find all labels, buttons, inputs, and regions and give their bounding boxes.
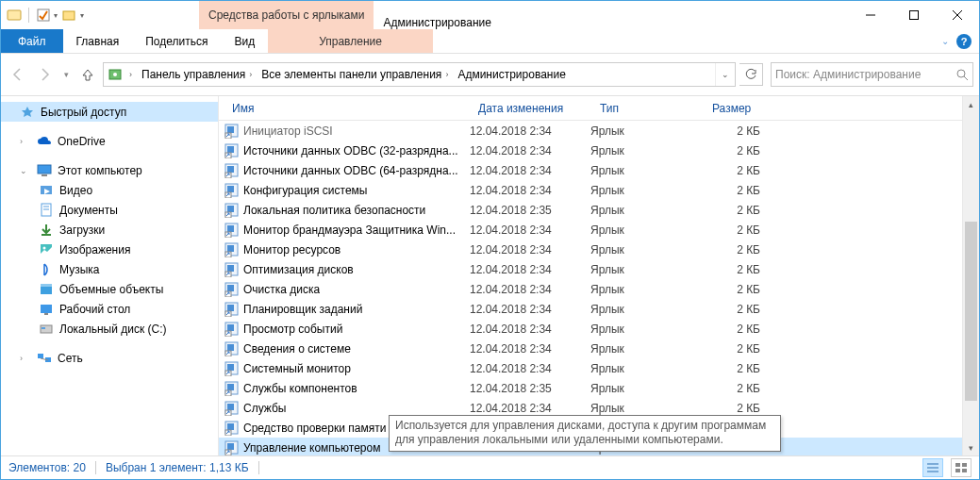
- svg-rect-4: [910, 11, 919, 20]
- file-row[interactable]: Сведения о системе12.04.2018 2:34Ярлык2 …: [219, 339, 962, 358]
- file-type: Ярлык: [583, 184, 694, 197]
- svg-rect-55: [227, 285, 234, 291]
- search-input[interactable]: Поиск: Администрирование: [771, 62, 973, 87]
- file-row[interactable]: Источники данных ODBC (64-разрядна...12.…: [219, 160, 962, 180]
- nav-back-button[interactable]: [7, 63, 29, 86]
- nav-pc-child[interactable]: Изображения: [1, 240, 218, 259]
- nav-quick-access[interactable]: Быстрый доступ: [1, 102, 218, 122]
- refresh-button[interactable]: [739, 63, 763, 86]
- file-row[interactable]: Очистка диска12.04.2018 2:34Ярлык2 КБ: [219, 279, 962, 299]
- file-row[interactable]: Локальная политика безопасности12.04.201…: [219, 200, 962, 220]
- tab-file[interactable]: Файл: [1, 29, 63, 53]
- file-date: 12.04.2018 2:34: [462, 144, 583, 157]
- scroll-thumb[interactable]: [965, 222, 977, 401]
- nav-network[interactable]: ›Сеть: [1, 348, 218, 368]
- col-type[interactable]: Тип: [592, 102, 705, 115]
- file-name: Службы компонентов: [243, 382, 357, 395]
- maximize-button[interactable]: [892, 1, 936, 29]
- nav-forward-button[interactable]: [33, 63, 56, 86]
- file-row[interactable]: Системный монитор12.04.2018 2:34Ярлык2 К…: [219, 358, 962, 378]
- svg-rect-27: [38, 354, 43, 358]
- shortcut-icon: [224, 242, 240, 257]
- folder-icon: [39, 223, 54, 238]
- file-name: Оптимизация дисков: [243, 263, 354, 276]
- svg-rect-0: [8, 10, 21, 20]
- nav-pc-child[interactable]: Локальный диск (C:): [1, 319, 218, 339]
- breadcrumb-2[interactable]: Администрирование: [455, 63, 568, 86]
- scroll-up-icon[interactable]: ▴: [963, 96, 979, 112]
- minimize-button[interactable]: [849, 1, 892, 29]
- nav-recent-dropdown[interactable]: ▾: [59, 63, 73, 86]
- file-name: Конфигурация системы: [243, 184, 367, 197]
- tab-manage[interactable]: Управление: [306, 35, 395, 48]
- folder-icon: [39, 203, 54, 218]
- svg-rect-2: [63, 11, 75, 20]
- breadcrumb-1[interactable]: Все элементы панели управления›: [258, 63, 455, 86]
- svg-rect-31: [227, 126, 234, 133]
- tab-home[interactable]: Главная: [63, 29, 133, 53]
- col-size[interactable]: Размер: [705, 102, 779, 115]
- ribbon-expand-icon[interactable]: ⌄: [941, 36, 949, 46]
- nav-pc-child[interactable]: Рабочий стол: [1, 299, 218, 319]
- tab-view[interactable]: Вид: [221, 29, 268, 53]
- tooltip: Используется для управления дисками, дос…: [389, 415, 781, 452]
- nav-this-pc[interactable]: ⌄Этот компьютер: [1, 160, 218, 180]
- nav-pc-child[interactable]: Видео: [1, 180, 218, 200]
- folder-icon: [39, 302, 54, 317]
- file-type: Ярлык: [583, 124, 694, 138]
- breadcrumb-0[interactable]: Панель управления›: [139, 63, 258, 86]
- tab-share[interactable]: Поделиться: [132, 29, 221, 53]
- status-bar: Элементов: 20 Выбран 1 элемент: 1,13 КБ: [1, 455, 979, 479]
- file-row[interactable]: Источники данных ODBC (32-разрядна...12.…: [219, 141, 962, 160]
- file-row[interactable]: Оптимизация дисков12.04.2018 2:34Ярлык2 …: [219, 259, 962, 279]
- file-type: Ярлык: [583, 164, 694, 177]
- context-tab-header: Средства работы с ярлыками: [199, 1, 374, 29]
- nav-pc-child[interactable]: Музыка: [1, 259, 218, 279]
- qat-newfolder-icon[interactable]: [62, 8, 77, 23]
- file-list[interactable]: Инициатор iSCSI12.04.2018 2:34Ярлык2 КБИ…: [219, 121, 962, 455]
- shortcut-icon: [224, 163, 240, 178]
- nav-pc-child[interactable]: Загрузки: [1, 220, 218, 240]
- file-type: Ярлык: [583, 223, 694, 237]
- file-row[interactable]: Монитор ресурсов12.04.2018 2:34Ярлык2 КБ: [219, 240, 962, 259]
- nav-onedrive[interactable]: ›OneDrive: [1, 131, 218, 151]
- file-row[interactable]: Службы компонентов12.04.2018 2:35Ярлык2 …: [219, 378, 962, 398]
- file-size: 2 КБ: [694, 323, 768, 336]
- svg-rect-70: [227, 384, 234, 390]
- address-bar[interactable]: › Панель управления› Все элементы панели…: [103, 62, 736, 87]
- svg-rect-88: [962, 463, 967, 467]
- file-row[interactable]: Монитор брандмауэра Защитника Win...12.0…: [219, 220, 962, 240]
- nav-up-button[interactable]: [76, 63, 99, 86]
- nav-pc-child[interactable]: Документы: [1, 200, 218, 220]
- view-large-icon[interactable]: [951, 458, 972, 477]
- file-row[interactable]: Планировщик заданий12.04.2018 2:34Ярлык2…: [219, 299, 962, 319]
- qat-dropdown-icon[interactable]: ▾: [54, 11, 58, 20]
- file-row[interactable]: Инициатор iSCSI12.04.2018 2:34Ярлык2 КБ: [219, 121, 962, 141]
- qat-properties-icon[interactable]: [36, 8, 51, 23]
- view-details-icon[interactable]: [922, 458, 943, 477]
- file-row[interactable]: Конфигурация системы12.04.2018 2:34Ярлык…: [219, 180, 962, 200]
- col-name[interactable]: Имя: [224, 102, 471, 115]
- breadcrumb-root[interactable]: ›: [123, 63, 139, 86]
- shortcut-icon: [224, 361, 240, 376]
- file-size: 2 КБ: [694, 303, 768, 316]
- file-type: Ярлык: [583, 402, 694, 415]
- svg-rect-24: [44, 313, 48, 315]
- file-row[interactable]: Просмотр событий12.04.2018 2:34Ярлык2 КБ: [219, 319, 962, 339]
- file-size: 2 КБ: [694, 382, 768, 395]
- scroll-down-icon[interactable]: ▾: [963, 439, 979, 455]
- svg-rect-73: [227, 404, 234, 410]
- file-size: 2 КБ: [694, 164, 768, 177]
- svg-point-20: [43, 246, 46, 249]
- search-placeholder: Поиск: Администрирование: [775, 68, 955, 81]
- shortcut-icon: [224, 381, 240, 396]
- col-date[interactable]: Дата изменения: [471, 102, 592, 115]
- nav-pc-child[interactable]: Объемные объекты: [1, 279, 218, 299]
- scrollbar-vertical[interactable]: ▴ ▾: [962, 96, 979, 455]
- qat-menu-icon[interactable]: ▾: [80, 11, 84, 20]
- close-button[interactable]: [936, 1, 979, 29]
- help-icon[interactable]: ?: [956, 34, 972, 49]
- folder-icon: [39, 242, 54, 257]
- address-dropdown-icon[interactable]: ⌄: [715, 63, 735, 86]
- svg-rect-11: [38, 165, 51, 174]
